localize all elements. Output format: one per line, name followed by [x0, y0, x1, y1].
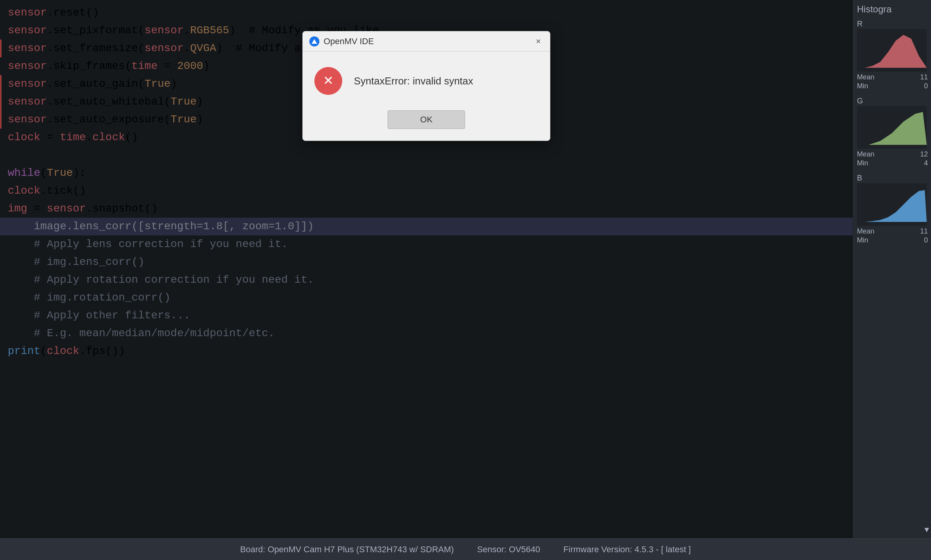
b-min-label: Min — [857, 236, 868, 244]
dialog-title-left: OpenMV IDE — [309, 36, 374, 47]
status-firmware: Firmware Version: 4.5.3 - [ latest ] — [564, 545, 691, 555]
channel-g: G Mean 12 Min 4 — [857, 96, 928, 167]
status-bar: Board: OpenMV Cam H7 Plus (STM32H743 w/ … — [0, 538, 931, 560]
dialog-close-button[interactable]: × — [533, 36, 544, 47]
error-message-text: SyntaxError: invalid syntax — [354, 75, 473, 87]
svg-marker-0 — [857, 35, 927, 68]
histogram-panel: Histogra R Mean 11 Min 0 G Mean 12 — [853, 0, 931, 538]
b-min-value: 0 — [924, 236, 928, 244]
r-min-label: Min — [857, 82, 868, 90]
g-min-label: Min — [857, 159, 868, 167]
histogram-chart-g — [857, 106, 927, 149]
r-min-row: Min 0 — [857, 82, 928, 90]
histogram-title: Histogra — [857, 4, 928, 15]
error-dialog[interactable]: OpenMV IDE × ✕ SyntaxError: invalid synt… — [302, 31, 550, 141]
g-mean-value: 12 — [920, 150, 928, 158]
channel-b: B Mean 11 Min 0 — [857, 173, 928, 244]
dialog-titlebar: OpenMV IDE × — [303, 31, 550, 52]
dialog-footer: OK — [303, 107, 550, 141]
b-mean-row: Mean 11 — [857, 227, 928, 235]
error-icon: ✕ — [314, 67, 342, 95]
histogram-chart-b — [857, 183, 927, 226]
r-mean-row: Mean 11 — [857, 73, 928, 81]
g-mean-row: Mean 12 — [857, 150, 928, 158]
svg-marker-2 — [857, 190, 927, 222]
r-mean-label: Mean — [857, 73, 874, 81]
channel-b-label: B — [857, 173, 928, 182]
g-mean-label: Mean — [857, 150, 874, 158]
histogram-chart-r — [857, 29, 927, 72]
status-board: Board: OpenMV Cam H7 Plus (STM32H743 w/ … — [240, 545, 454, 555]
error-x-symbol: ✕ — [324, 73, 333, 89]
channel-g-label: G — [857, 96, 928, 105]
status-sensor: Sensor: OV5640 — [477, 545, 540, 555]
channel-r-label: R — [857, 19, 928, 28]
channel-r: R Mean 11 Min 0 — [857, 19, 928, 90]
svg-marker-1 — [857, 112, 927, 145]
scroll-down-icon[interactable]: ▼ — [924, 526, 929, 534]
ok-button[interactable]: OK — [388, 110, 465, 129]
b-mean-value: 11 — [920, 227, 928, 235]
openmv-logo — [309, 36, 320, 47]
r-min-value: 0 — [924, 82, 928, 90]
dialog-overlay: OpenMV IDE × ✕ SyntaxError: invalid synt… — [0, 0, 853, 538]
b-mean-label: Mean — [857, 227, 874, 235]
g-min-value: 4 — [924, 159, 928, 167]
r-mean-value: 11 — [920, 73, 928, 81]
g-min-row: Min 4 — [857, 159, 928, 167]
dialog-title-text: OpenMV IDE — [324, 36, 374, 46]
dialog-body: ✕ SyntaxError: invalid syntax — [303, 52, 550, 107]
b-min-row: Min 0 — [857, 236, 928, 244]
